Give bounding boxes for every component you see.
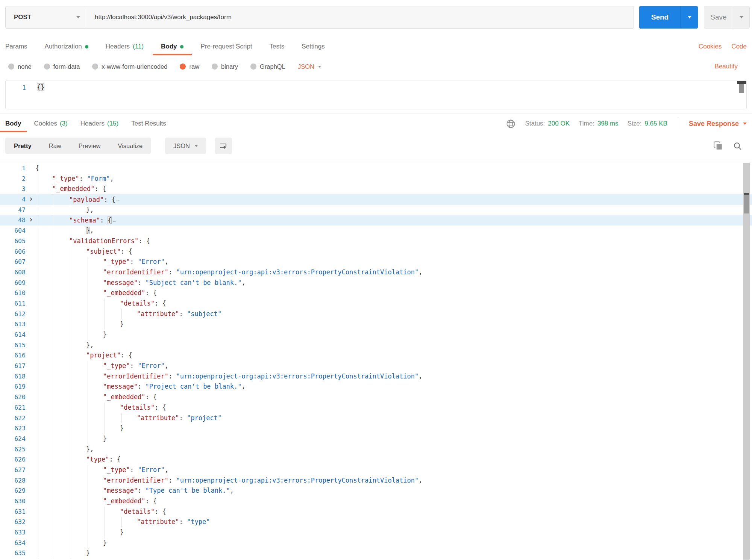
save-button[interactable]: Save [704, 6, 750, 29]
body-type-x-www-form-urlencoded[interactable]: x-www-form-urlencoded [92, 63, 167, 70]
line-number: 610 [0, 288, 26, 298]
body-type-raw[interactable]: raw [180, 63, 199, 70]
indent-guide [37, 319, 37, 330]
line-number: 620 [0, 392, 26, 403]
response-tab-headers[interactable]: Headers(15) [80, 115, 119, 132]
method-select[interactable]: POST [6, 6, 87, 28]
tab-tests[interactable]: Tests [270, 37, 285, 56]
code-text: "details": { [0, 403, 752, 413]
indent-guide [71, 507, 71, 517]
fold-chevron-icon[interactable]: › [29, 194, 33, 204]
editor-content: {} [37, 83, 44, 91]
code-link[interactable]: Code [731, 43, 747, 50]
code-line-623: 623} [0, 423, 752, 434]
view-pretty[interactable]: Pretty [5, 138, 40, 154]
line-number: 608 [0, 267, 26, 278]
line-number: 619 [0, 381, 26, 392]
code-line-613: 613} [0, 319, 752, 330]
body-type-graphql[interactable]: GraphQL [250, 63, 285, 70]
indent-guide [105, 403, 105, 413]
view-visualize[interactable]: Visualize [109, 138, 151, 154]
beautify-link[interactable]: Beautify [715, 63, 738, 70]
body-type-form-data[interactable]: form-data [44, 63, 80, 70]
view-preview[interactable]: Preview [70, 138, 109, 154]
code-text: "payload": {… [0, 194, 752, 205]
code-text: "message": "Project can't be blank.", [0, 381, 752, 392]
indent-guide [37, 226, 37, 236]
radio-icon [44, 64, 50, 70]
tab-settings[interactable]: Settings [302, 37, 324, 56]
code-line-1: 1{ [0, 163, 752, 174]
body-language-select[interactable]: JSON [298, 63, 321, 70]
editor-scrollbar-thumb[interactable] [739, 84, 744, 93]
body-type-binary[interactable]: binary [212, 63, 238, 70]
response-tab-body[interactable]: Body [5, 115, 21, 132]
scrollbar-track[interactable] [743, 163, 750, 560]
code-text: } [0, 319, 752, 330]
indent-guide [54, 226, 54, 236]
code-line-624: 624} [0, 434, 752, 444]
code-line-629: 629"message": "Type can't be blank.", [0, 486, 752, 496]
tab-authorization[interactable]: Authorization [45, 37, 88, 56]
line-number: 606 [0, 247, 26, 257]
cookies-link[interactable]: Cookies [699, 43, 722, 50]
indent-guide [37, 486, 37, 496]
tab-params[interactable]: Params [5, 37, 27, 56]
indent-guide [105, 413, 105, 424]
radio-icon [250, 64, 256, 70]
save-options-button[interactable] [733, 6, 749, 28]
line-number: 621 [0, 403, 26, 413]
code-line-617: 617"_type": "Error", [0, 361, 752, 371]
indent-guide [54, 194, 54, 205]
vertical-divider [678, 118, 678, 129]
section-divider [0, 113, 752, 114]
indent-guide [37, 309, 37, 319]
copy-icon[interactable] [713, 141, 723, 151]
send-options-button[interactable] [681, 6, 698, 29]
tab-label: Pre-request Script [201, 43, 252, 50]
code-text: "_type": "Error", [0, 361, 752, 371]
line-number: 622 [0, 413, 26, 424]
indent-guide [88, 517, 88, 527]
indent-guide [88, 298, 88, 309]
indent-guide [88, 527, 88, 538]
response-tab-test-results[interactable]: Test Results [131, 115, 166, 132]
code-line-608: 608"errorIdentifier": "urn:openproject-o… [0, 267, 752, 278]
wrap-text-button[interactable] [215, 138, 232, 154]
indent-guide [71, 288, 71, 298]
code-line-615: 615}, [0, 340, 752, 351]
search-icon[interactable] [733, 141, 742, 151]
code-text: "_embedded": { [0, 288, 752, 298]
indent-guide [105, 507, 105, 517]
scrollbar-thumb[interactable] [744, 193, 749, 213]
response-tab-cookies[interactable]: Cookies(3) [34, 115, 68, 132]
url-input[interactable]: http://localhost:3000/api/v3/work_packag… [87, 6, 634, 28]
tab-pre-request-script[interactable]: Pre-request Script [201, 37, 252, 56]
code-text: }, [0, 444, 752, 455]
tab-body[interactable]: Body [161, 37, 183, 56]
indent-guide [105, 527, 105, 538]
chevron-down-icon [740, 16, 743, 18]
indent-guide [54, 319, 54, 330]
request-body-editor[interactable]: 1 {} [5, 80, 747, 109]
indent-guide [88, 496, 88, 507]
radio-icon [180, 64, 186, 70]
tab-headers[interactable]: Headers(11) [106, 37, 144, 56]
view-raw[interactable]: Raw [40, 138, 70, 154]
code-line-3: 3"_embedded": { [0, 184, 752, 194]
send-button[interactable]: Send [639, 6, 698, 29]
indent-guide [37, 444, 37, 455]
code-line-625: 625}, [0, 444, 752, 455]
indent-guide [54, 423, 54, 434]
body-type-none[interactable]: none [8, 63, 32, 70]
fold-chevron-icon[interactable]: › [29, 215, 33, 225]
save-response-button[interactable]: Save Response [689, 120, 747, 128]
indent-guide [88, 475, 88, 486]
response-code: 1{2"_type": "Form",3"_embedded": {4›"pay… [0, 163, 752, 558]
indent-guide [37, 496, 37, 507]
body-type-bar: noneform-datax-www-form-urlencodedrawbin… [5, 58, 747, 75]
code-line-627: 627"_type": "Error", [0, 465, 752, 475]
indent-guide [54, 309, 54, 319]
line-number: 626 [0, 454, 26, 465]
response-language-select[interactable]: JSON [165, 138, 206, 154]
